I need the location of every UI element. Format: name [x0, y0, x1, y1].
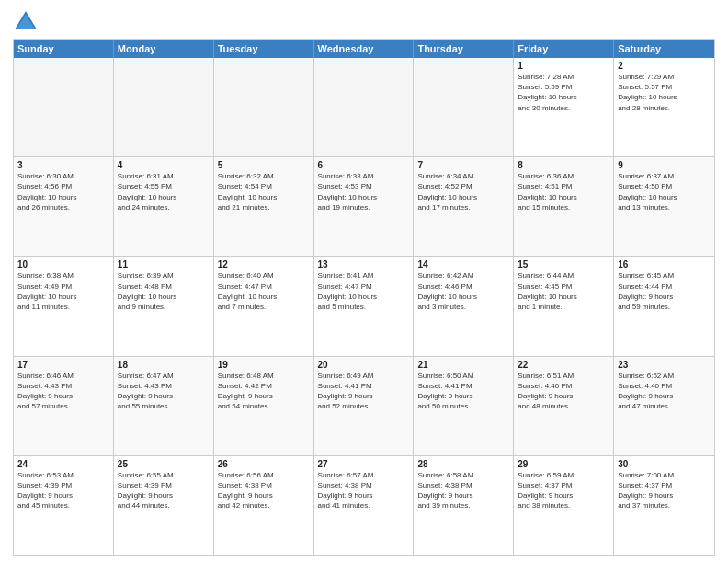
calendar-cell: 20Sunrise: 6:49 AM Sunset: 4:41 PM Dayli… — [314, 357, 415, 455]
day-info: Sunrise: 6:41 AM Sunset: 4:47 PM Dayligh… — [318, 270, 410, 312]
calendar-header-monday: Monday — [114, 40, 214, 58]
day-number: 23 — [618, 360, 711, 370]
day-info: Sunrise: 6:46 AM Sunset: 4:43 PM Dayligh… — [17, 371, 109, 412]
calendar-cell — [414, 58, 514, 156]
calendar-cell: 18Sunrise: 6:47 AM Sunset: 4:43 PM Dayli… — [114, 357, 214, 455]
calendar-cell: 12Sunrise: 6:40 AM Sunset: 4:47 PM Dayli… — [214, 257, 314, 355]
day-number: 25 — [118, 459, 210, 469]
day-number: 19 — [218, 360, 310, 370]
day-info: Sunrise: 6:55 AM Sunset: 4:39 PM Dayligh… — [118, 470, 210, 511]
calendar-cell: 14Sunrise: 6:42 AM Sunset: 4:46 PM Dayli… — [414, 257, 514, 355]
calendar-cell: 13Sunrise: 6:41 AM Sunset: 4:47 PM Dayli… — [314, 257, 415, 355]
calendar-cell: 1Sunrise: 7:28 AM Sunset: 5:59 PM Daylig… — [514, 58, 614, 156]
day-number: 20 — [318, 360, 410, 370]
day-info: Sunrise: 6:44 AM Sunset: 4:45 PM Dayligh… — [518, 270, 609, 312]
day-info: Sunrise: 6:36 AM Sunset: 4:51 PM Dayligh… — [518, 171, 609, 213]
logo — [13, 9, 42, 35]
day-number: 22 — [518, 360, 609, 370]
day-info: Sunrise: 6:37 AM Sunset: 4:50 PM Dayligh… — [618, 171, 711, 213]
day-info: Sunrise: 6:59 AM Sunset: 4:37 PM Dayligh… — [518, 470, 609, 511]
day-number: 8 — [518, 160, 609, 170]
day-info: Sunrise: 6:39 AM Sunset: 4:48 PM Dayligh… — [118, 270, 210, 312]
day-info: Sunrise: 6:42 AM Sunset: 4:46 PM Dayligh… — [417, 270, 509, 312]
calendar-cell: 28Sunrise: 6:58 AM Sunset: 4:38 PM Dayli… — [414, 456, 514, 555]
calendar-row-4: 17Sunrise: 6:46 AM Sunset: 4:43 PM Dayli… — [14, 356, 714, 455]
day-info: Sunrise: 6:32 AM Sunset: 4:54 PM Dayligh… — [218, 171, 310, 213]
calendar-cell: 6Sunrise: 6:33 AM Sunset: 4:53 PM Daylig… — [314, 157, 415, 256]
day-info: Sunrise: 6:33 AM Sunset: 4:53 PM Dayligh… — [318, 171, 410, 213]
calendar-cell: 16Sunrise: 6:45 AM Sunset: 4:44 PM Dayli… — [614, 257, 714, 355]
day-number: 4 — [118, 160, 210, 170]
day-info: Sunrise: 7:00 AM Sunset: 4:37 PM Dayligh… — [618, 470, 711, 511]
calendar-row-2: 3Sunrise: 6:30 AM Sunset: 4:56 PM Daylig… — [14, 156, 714, 256]
day-number: 14 — [417, 259, 509, 270]
day-info: Sunrise: 6:50 AM Sunset: 4:41 PM Dayligh… — [417, 371, 509, 412]
page: SundayMondayTuesdayWednesdayThursdayFrid… — [0, 0, 728, 563]
calendar-row-3: 10Sunrise: 6:38 AM Sunset: 4:49 PM Dayli… — [14, 256, 714, 355]
day-info: Sunrise: 6:49 AM Sunset: 4:41 PM Dayligh… — [318, 371, 410, 412]
calendar-header: SundayMondayTuesdayWednesdayThursdayFrid… — [14, 40, 714, 58]
calendar-cell: 5Sunrise: 6:32 AM Sunset: 4:54 PM Daylig… — [214, 157, 314, 256]
day-number: 1 — [518, 61, 609, 71]
calendar: SundayMondayTuesdayWednesdayThursdayFrid… — [13, 39, 715, 556]
calendar-cell: 15Sunrise: 6:44 AM Sunset: 4:45 PM Dayli… — [514, 257, 614, 355]
calendar-cell: 23Sunrise: 6:52 AM Sunset: 4:40 PM Dayli… — [614, 357, 714, 455]
day-info: Sunrise: 6:31 AM Sunset: 4:55 PM Dayligh… — [118, 171, 210, 213]
day-info: Sunrise: 6:51 AM Sunset: 4:40 PM Dayligh… — [518, 371, 609, 412]
calendar-body: 1Sunrise: 7:28 AM Sunset: 5:59 PM Daylig… — [14, 58, 714, 555]
calendar-cell: 9Sunrise: 6:37 AM Sunset: 4:50 PM Daylig… — [614, 157, 714, 256]
calendar-row-5: 24Sunrise: 6:53 AM Sunset: 4:39 PM Dayli… — [14, 455, 714, 555]
day-number: 15 — [518, 259, 609, 270]
calendar-header-tuesday: Tuesday — [214, 40, 314, 58]
calendar-cell: 2Sunrise: 7:29 AM Sunset: 5:57 PM Daylig… — [614, 58, 714, 156]
day-number: 24 — [17, 459, 109, 469]
day-info: Sunrise: 6:58 AM Sunset: 4:38 PM Dayligh… — [417, 470, 509, 511]
calendar-cell: 19Sunrise: 6:48 AM Sunset: 4:42 PM Dayli… — [214, 357, 314, 455]
calendar-cell: 4Sunrise: 6:31 AM Sunset: 4:55 PM Daylig… — [114, 157, 214, 256]
calendar-cell: 21Sunrise: 6:50 AM Sunset: 4:41 PM Dayli… — [414, 357, 514, 455]
day-number: 13 — [318, 259, 410, 270]
header — [13, 9, 715, 35]
calendar-cell: 25Sunrise: 6:55 AM Sunset: 4:39 PM Dayli… — [114, 456, 214, 555]
calendar-cell: 10Sunrise: 6:38 AM Sunset: 4:49 PM Dayli… — [14, 257, 114, 355]
day-number: 29 — [518, 459, 609, 469]
calendar-cell: 7Sunrise: 6:34 AM Sunset: 4:52 PM Daylig… — [414, 157, 514, 256]
calendar-cell: 26Sunrise: 6:56 AM Sunset: 4:38 PM Dayli… — [214, 456, 314, 555]
calendar-header-saturday: Saturday — [614, 40, 714, 58]
calendar-cell — [114, 58, 214, 156]
day-number: 28 — [417, 459, 509, 469]
day-number: 16 — [618, 259, 711, 270]
calendar-row-1: 1Sunrise: 7:28 AM Sunset: 5:59 PM Daylig… — [14, 58, 714, 156]
day-number: 12 — [218, 259, 310, 270]
calendar-header-wednesday: Wednesday — [314, 40, 415, 58]
day-number: 2 — [618, 61, 711, 71]
day-info: Sunrise: 6:45 AM Sunset: 4:44 PM Dayligh… — [618, 270, 711, 312]
day-number: 7 — [417, 160, 509, 170]
day-number: 27 — [318, 459, 410, 469]
day-number: 11 — [118, 259, 210, 270]
calendar-cell — [214, 58, 314, 156]
day-number: 30 — [618, 459, 711, 469]
day-info: Sunrise: 6:56 AM Sunset: 4:38 PM Dayligh… — [218, 470, 310, 511]
day-number: 26 — [218, 459, 310, 469]
day-number: 21 — [417, 360, 509, 370]
day-info: Sunrise: 7:29 AM Sunset: 5:57 PM Dayligh… — [618, 72, 711, 113]
day-info: Sunrise: 6:38 AM Sunset: 4:49 PM Dayligh… — [17, 270, 109, 312]
calendar-cell: 3Sunrise: 6:30 AM Sunset: 4:56 PM Daylig… — [14, 157, 114, 256]
calendar-cell: 30Sunrise: 7:00 AM Sunset: 4:37 PM Dayli… — [614, 456, 714, 555]
calendar-cell: 27Sunrise: 6:57 AM Sunset: 4:38 PM Dayli… — [314, 456, 415, 555]
day-info: Sunrise: 6:40 AM Sunset: 4:47 PM Dayligh… — [218, 270, 310, 312]
day-number: 10 — [17, 259, 109, 270]
day-info: Sunrise: 6:52 AM Sunset: 4:40 PM Dayligh… — [618, 371, 711, 412]
day-info: Sunrise: 7:28 AM Sunset: 5:59 PM Dayligh… — [518, 72, 609, 113]
calendar-header-friday: Friday — [514, 40, 614, 58]
day-info: Sunrise: 6:30 AM Sunset: 4:56 PM Dayligh… — [17, 171, 109, 213]
day-number: 3 — [17, 160, 109, 170]
day-info: Sunrise: 6:47 AM Sunset: 4:43 PM Dayligh… — [118, 371, 210, 412]
day-number: 9 — [618, 160, 711, 170]
day-info: Sunrise: 6:34 AM Sunset: 4:52 PM Dayligh… — [417, 171, 509, 213]
day-number: 18 — [118, 360, 210, 370]
day-number: 5 — [218, 160, 310, 170]
calendar-cell: 11Sunrise: 6:39 AM Sunset: 4:48 PM Dayli… — [114, 257, 214, 355]
day-number: 17 — [17, 360, 109, 370]
